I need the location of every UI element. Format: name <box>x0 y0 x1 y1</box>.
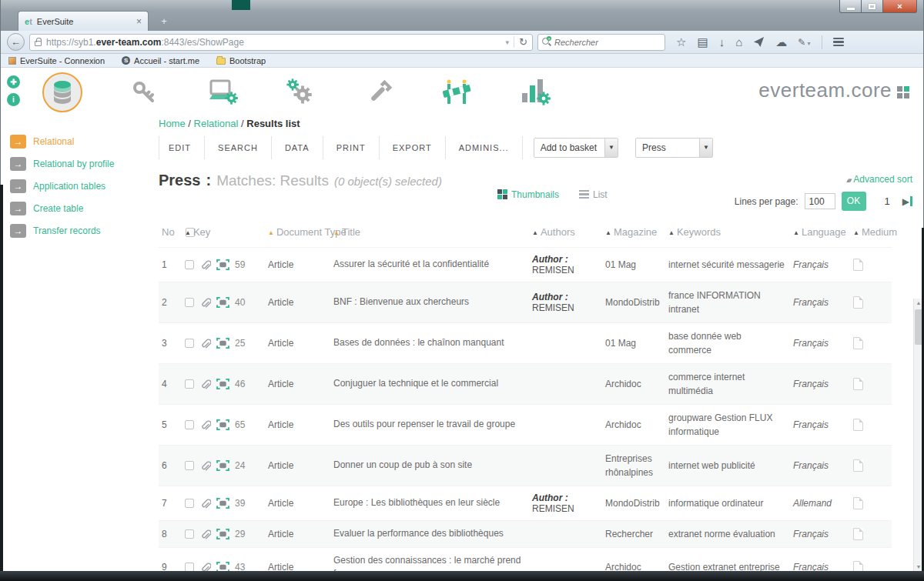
cell-magazine[interactable]: Archidoc <box>602 405 665 446</box>
url-dropdown-icon[interactable]: ▾ <box>506 38 510 46</box>
column-header-authors[interactable]: ▲Authors <box>529 219 602 248</box>
bookmark-star-icon[interactable]: ☆ <box>676 36 686 48</box>
open-record-icon[interactable] <box>216 498 229 509</box>
attachment-paperclip-icon[interactable] <box>199 419 211 431</box>
next-page-button[interactable]: ▶ <box>902 196 912 207</box>
row-checkbox[interactable] <box>185 563 194 571</box>
open-record-icon[interactable] <box>216 419 229 430</box>
table-select[interactable]: Press ▼ <box>635 138 713 158</box>
cell-keywords[interactable]: commerce internet multimédia <box>665 364 790 405</box>
cell-magazine[interactable]: 01 Mag <box>602 248 665 282</box>
attachment-paperclip-icon[interactable] <box>199 297 211 309</box>
downloads-icon[interactable]: ↓ <box>719 36 725 48</box>
tab-close-icon[interactable]: × <box>136 16 142 27</box>
attachment-paperclip-icon[interactable] <box>199 562 211 571</box>
sidebar-item-transfer-records[interactable]: →Transfer records <box>10 224 151 238</box>
lines-per-page-input[interactable] <box>805 193 835 209</box>
attachment-paperclip-icon[interactable] <box>199 259 211 271</box>
menu-item-edit[interactable]: EDIT <box>159 136 205 159</box>
document-file-icon[interactable] <box>853 561 863 571</box>
document-file-icon[interactable] <box>853 459 863 472</box>
close-button[interactable]: × <box>883 0 917 13</box>
reload-icon[interactable]: ↻ <box>514 36 527 48</box>
bookmarks-menu-icon[interactable]: ▤ <box>697 36 708 48</box>
sidebar-item-relational-by-profile[interactable]: →Relational by profile <box>10 157 151 171</box>
column-header-medium[interactable]: ▲Medium <box>850 219 892 248</box>
minimize-button[interactable] <box>839 0 862 13</box>
cell-magazine[interactable]: Entreprises rhônalpines <box>602 446 665 486</box>
basket-select-arrow-icon[interactable]: ▼ <box>604 139 618 157</box>
cell-magazine[interactable]: Archidoc <box>602 548 665 572</box>
document-file-icon[interactable] <box>853 378 863 390</box>
document-file-icon[interactable] <box>853 337 863 349</box>
row-checkbox[interactable] <box>185 420 194 429</box>
window-titlebar[interactable] <box>1 0 923 11</box>
cell-keywords[interactable]: groupware Gestion FLUX informatique <box>665 405 790 446</box>
column-header-title[interactable]: ▲Title <box>330 219 529 248</box>
open-record-icon[interactable] <box>216 460 229 471</box>
maximize-button[interactable] <box>862 0 883 13</box>
url-bar[interactable]: https://syb1.ever-team.com:8443/es/ShowP… <box>29 34 533 51</box>
browser-search-input[interactable] <box>554 38 661 47</box>
menu-hamburger-icon[interactable] <box>833 38 844 47</box>
document-file-icon[interactable] <box>853 259 863 271</box>
menu-item-data[interactable]: DATA <box>272 136 323 159</box>
module-settings-gears-icon[interactable] <box>280 72 320 112</box>
new-tab-button[interactable]: + <box>155 15 173 28</box>
bookmark-item[interactable]: SAccueil - start.me <box>122 56 199 65</box>
column-header-document-type[interactable]: ▲Document Type <box>265 219 330 248</box>
open-record-icon[interactable] <box>216 529 229 539</box>
cell-keywords[interactable]: base donnée web commerce <box>665 323 790 364</box>
row-checkbox[interactable] <box>185 529 194 539</box>
row-checkbox[interactable] <box>185 339 194 348</box>
document-file-icon[interactable] <box>853 296 863 309</box>
sidebar-item-application-tables[interactable]: →Application tables <box>10 179 151 193</box>
cell-keywords[interactable]: informatique ordinateur <box>665 486 790 521</box>
column-header-key[interactable]: ▲Key <box>182 219 265 248</box>
module-workflow-barrier-icon[interactable] <box>437 72 477 112</box>
home-icon[interactable]: ⌂ <box>735 36 742 48</box>
cell-keywords[interactable]: Gestion extranet entreprise <box>665 548 790 572</box>
row-checkbox[interactable] <box>185 379 194 389</box>
sidebar-item-create-table[interactable]: →Create table <box>10 202 151 215</box>
menu-item-export[interactable]: EXPORT <box>380 136 446 159</box>
cell-keywords[interactable]: extranet norme évaluation <box>665 521 790 548</box>
advanced-sort-link[interactable]: ▴▾Advanced sort <box>735 172 912 185</box>
expand-icon[interactable]: ✚ <box>7 75 20 88</box>
edit-icon[interactable]: ✎ ▾ <box>798 38 810 47</box>
open-record-icon[interactable] <box>216 297 229 308</box>
bookmark-item[interactable]: Bootstrap <box>216 56 266 65</box>
cell-magazine[interactable]: MondoDistrib <box>602 486 665 521</box>
attachment-paperclip-icon[interactable] <box>199 498 211 509</box>
pocket-icon[interactable] <box>753 36 765 48</box>
breadcrumb-section[interactable]: Relational <box>194 118 239 129</box>
row-checkbox[interactable] <box>185 260 194 269</box>
module-tools-wrench-icon[interactable] <box>360 72 400 112</box>
module-reports-chart-icon[interactable] <box>515 72 555 112</box>
cell-magazine[interactable]: Archidoc <box>602 364 665 405</box>
column-header-keywords[interactable]: ▲Keywords <box>665 219 790 248</box>
attachment-paperclip-icon[interactable] <box>199 460 211 472</box>
open-record-icon[interactable] <box>216 338 229 349</box>
menu-item-adminis[interactable]: ADMINIS... <box>446 136 523 159</box>
menu-item-search[interactable]: SEARCH <box>205 136 272 159</box>
attachment-paperclip-icon[interactable] <box>199 529 211 540</box>
document-file-icon[interactable] <box>853 528 863 540</box>
open-record-icon[interactable] <box>216 379 229 389</box>
module-search-key-icon[interactable] <box>124 72 164 112</box>
browser-tab[interactable]: et EverSuite × <box>18 11 149 31</box>
attachment-paperclip-icon[interactable] <box>199 338 211 349</box>
document-file-icon[interactable] <box>853 497 863 509</box>
cell-magazine[interactable]: 01 Mag <box>602 323 665 364</box>
sidebar-item-relational[interactable]: →Relational <box>10 135 151 149</box>
table-select-arrow-icon[interactable]: ▼ <box>699 139 712 157</box>
info-icon[interactable]: i <box>7 93 20 106</box>
column-header-language[interactable]: ▲Language <box>790 219 850 248</box>
startme-cloud-icon[interactable]: ☁ <box>775 36 787 48</box>
ok-button[interactable]: OK <box>842 192 866 211</box>
row-checkbox[interactable] <box>185 461 194 470</box>
thumbnails-view-button[interactable]: Thumbnails <box>497 189 559 200</box>
cell-magazine[interactable]: MondoDistrib <box>602 282 665 323</box>
row-checkbox[interactable] <box>185 298 194 307</box>
column-header-magazine[interactable]: ▲Magazine <box>602 219 665 248</box>
